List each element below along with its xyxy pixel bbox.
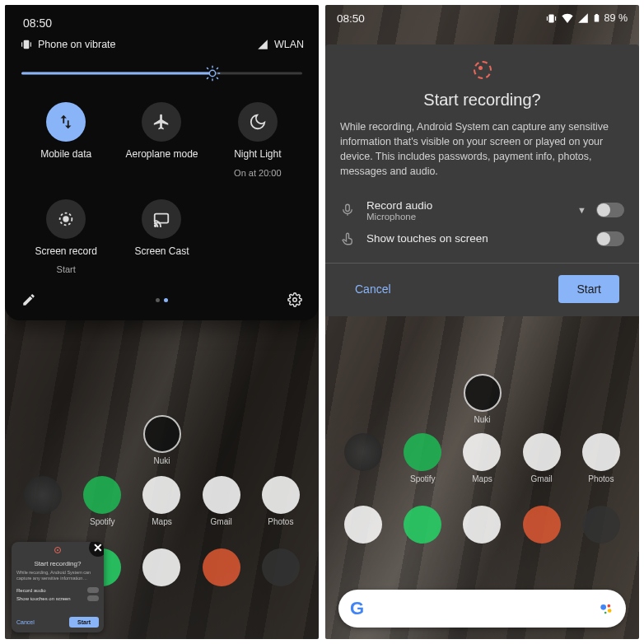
svg-rect-16 <box>594 15 599 22</box>
home-app-row-2: Spotify Maps Gmail Photos <box>325 433 639 483</box>
status-time: 08:50 <box>23 16 52 30</box>
start-button[interactable]: Start <box>558 275 619 303</box>
brightness-thumb-icon[interactable] <box>203 64 222 82</box>
svg-rect-14 <box>546 16 547 21</box>
signal-icon <box>256 38 269 51</box>
qs-footer <box>18 281 306 309</box>
tile-mobile-data-button[interactable] <box>46 102 86 142</box>
tile-screen-record-button[interactable] <box>46 199 86 239</box>
tile-screen-cast[interactable]: Screen Cast <box>114 199 209 275</box>
app-camera[interactable] <box>582 506 620 544</box>
brightness-slider[interactable] <box>21 63 302 84</box>
app-maps[interactable]: Maps <box>463 433 501 483</box>
touch-icon <box>340 231 357 246</box>
record-audio-value: Microphone <box>366 212 567 222</box>
qs-tiles-grid: Mobile data Aeroplane mode Night Light O… <box>18 99 306 281</box>
svg-rect-18 <box>346 204 350 211</box>
svg-point-3 <box>209 70 215 76</box>
phone-right-dialog: Nuki Spotify Maps Gmail Photos G 08:50 8… <box>325 5 639 639</box>
app-duckduckgo[interactable] <box>203 548 240 586</box>
thumb-start[interactable]: Start <box>69 617 99 628</box>
cancel-button[interactable]: Cancel <box>345 276 401 302</box>
app-label: Nuki <box>153 456 170 465</box>
row-show-touches[interactable]: Show touches on screen <box>340 226 624 251</box>
show-touches-label: Show touches on screen <box>366 232 586 245</box>
tile-mobile-data[interactable]: Mobile data <box>18 102 114 178</box>
app-label: Maps <box>152 517 171 526</box>
app-label: Photos <box>588 474 614 483</box>
app-label: Photos <box>268 517 293 526</box>
svg-rect-17 <box>595 14 598 15</box>
app-duckduckgo[interactable] <box>523 506 561 544</box>
svg-point-8 <box>293 298 297 302</box>
tile-screen-cast-button[interactable] <box>142 199 181 239</box>
google-search-bar[interactable]: G <box>338 590 626 628</box>
quick-settings-panel: 08:50 Phone on vibrate WLAN <box>5 5 319 320</box>
tile-sublabel: On at 20:00 <box>234 168 282 178</box>
tile-label: Mobile data <box>40 148 91 161</box>
app-spotify[interactable]: Spotify <box>404 433 441 483</box>
chevron-down-icon[interactable]: ▼ <box>577 205 586 215</box>
tile-night-light[interactable]: Night Light On at 20:00 <box>210 102 306 178</box>
status-bar: 08:50 89 % <box>337 12 628 25</box>
tile-night-light-button[interactable] <box>238 102 278 142</box>
home-app-row-2: Spotify Maps Gmail Photos <box>5 476 319 526</box>
recording-dialog-thumbnail[interactable]: ✕ Start recording? While recording, Andr… <box>12 542 104 632</box>
tile-aeroplane[interactable]: Aeroplane mode <box>114 102 209 178</box>
app-maps[interactable]: Maps <box>142 476 180 526</box>
svg-point-10 <box>608 604 611 608</box>
battery-label: 89 % <box>604 12 628 24</box>
svg-rect-1 <box>21 42 22 46</box>
app-photos[interactable]: Photos <box>262 476 300 526</box>
app-label: Gmail <box>531 474 553 483</box>
page-dot[interactable] <box>156 298 160 302</box>
svg-point-12 <box>604 612 607 614</box>
swap-vert-icon <box>57 113 75 131</box>
app-slack[interactable] <box>142 548 180 586</box>
app-whatsapp[interactable] <box>404 506 441 544</box>
app-messages[interactable] <box>344 506 382 544</box>
thumb-body: While recording, Android System can capt… <box>16 570 99 581</box>
svg-rect-13 <box>548 14 553 22</box>
assistant-icon[interactable] <box>598 600 614 617</box>
app-gmail[interactable]: Gmail <box>523 433 561 483</box>
page-dot-active[interactable] <box>164 298 168 302</box>
row-record-audio[interactable]: Record audio Microphone ▼ <box>340 194 624 226</box>
home-app-row-1: Nuki <box>5 415 319 465</box>
phone-left-quicksettings: Nuki Spotify Maps Gmail Photos 08:50 Pho… <box>5 5 319 639</box>
record-audio-label: Record audio <box>366 199 567 212</box>
app-nuki[interactable]: Nuki <box>143 415 181 465</box>
record-audio-switch[interactable] <box>596 203 624 217</box>
tile-label: Screen record <box>35 245 96 259</box>
brightness-fill <box>21 72 212 75</box>
tile-screen-record[interactable]: Screen record Start <box>18 199 114 275</box>
vibrate-label: Phone on vibrate <box>38 39 116 50</box>
svg-rect-2 <box>30 42 31 46</box>
app-nuki[interactable]: Nuki <box>464 374 502 424</box>
page-dots <box>156 298 168 302</box>
app-spotify[interactable]: Spotify <box>83 476 121 526</box>
thumb-title: Start recording? <box>16 560 99 567</box>
svg-rect-15 <box>555 16 556 21</box>
record-icon <box>57 210 75 228</box>
thumb-cancel[interactable]: Cancel <box>16 619 35 625</box>
app-label: Spotify <box>410 474 436 483</box>
tile-sublabel: Start <box>57 264 76 274</box>
svg-rect-0 <box>24 40 30 49</box>
app-label: Gmail <box>211 517 232 526</box>
record-icon <box>54 547 61 553</box>
show-touches-switch[interactable] <box>596 231 624 246</box>
app-slack[interactable] <box>463 506 501 544</box>
svg-point-11 <box>608 609 612 613</box>
tile-aeroplane-button[interactable] <box>142 102 181 142</box>
app-folder[interactable] <box>24 476 62 526</box>
app-gmail[interactable]: Gmail <box>203 476 240 526</box>
start-recording-dialog: Start recording? While recording, Androi… <box>325 44 639 316</box>
gear-icon[interactable] <box>287 292 302 307</box>
app-camera[interactable] <box>262 548 300 586</box>
close-icon[interactable]: ✕ <box>89 542 104 557</box>
network-label: WLAN <box>274 39 304 50</box>
edit-icon[interactable] <box>21 292 36 307</box>
app-photos[interactable]: Photos <box>582 433 620 483</box>
app-folder[interactable] <box>344 433 382 483</box>
